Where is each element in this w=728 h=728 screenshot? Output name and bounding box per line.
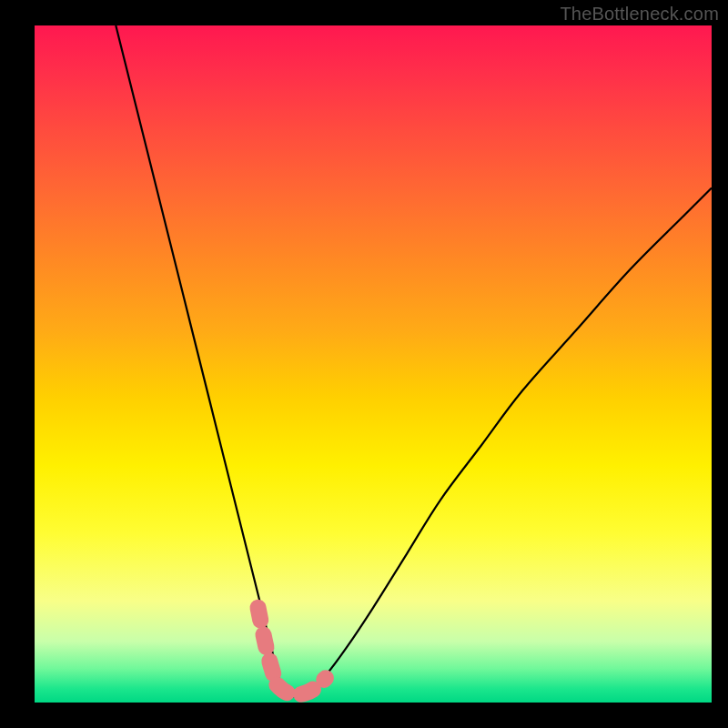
chart-plot-area: [35, 25, 712, 703]
watermark-text: TheBottleneck.com: [560, 4, 719, 25]
pink-highlight-left-path: [258, 608, 275, 677]
chart-curves-svg: [35, 25, 712, 703]
black-curve-path: [116, 25, 712, 697]
pink-highlight-bottom-path: [277, 678, 326, 694]
